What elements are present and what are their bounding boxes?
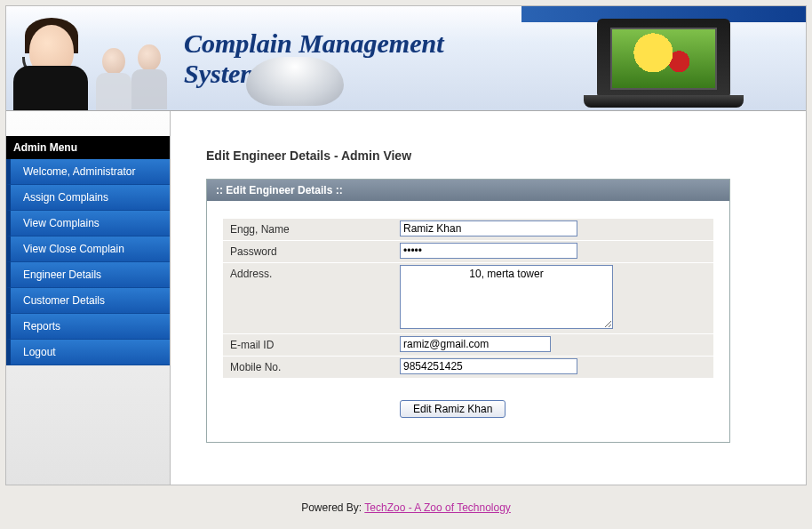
sidebar-item-label: Reports: [23, 320, 60, 333]
main-layout: Admin Menu Welcome, Administrator Assign…: [6, 111, 806, 485]
sidebar-item-label: Assign Complains: [23, 191, 108, 204]
footer: Powered By: TechZoo - A Zoo of Technolog…: [5, 485, 807, 517]
headset-agent-icon: [13, 12, 93, 110]
label-mobile: Mobile No.: [223, 357, 396, 378]
sidebar-item-view-close-complain[interactable]: View Close Complain: [6, 236, 170, 262]
banner-laptop-graphic: [521, 6, 806, 110]
sidebar-item-label: Logout: [23, 346, 56, 358]
sidebar-item-label: Customer Details: [23, 294, 105, 307]
label-engineer-name: Engg, Name: [223, 219, 396, 240]
mobile-input[interactable]: [400, 358, 577, 374]
email-input[interactable]: [400, 336, 551, 352]
app-container: Complain Management System Admin Menu We…: [5, 5, 807, 485]
label-password: Password: [223, 241, 396, 262]
row-address: Address.: [223, 263, 713, 334]
sidebar-item-label: Engineer Details: [23, 269, 101, 281]
edit-submit-button[interactable]: Edit Ramiz Khan: [400, 400, 506, 418]
label-address: Address.: [223, 263, 396, 285]
header-banner: Complain Management System: [6, 6, 806, 111]
coworkers-icon: [93, 21, 182, 110]
sidebar-item-assign-complains[interactable]: Assign Complains: [6, 185, 170, 211]
sidebar-item-customer-details[interactable]: Customer Details: [6, 288, 170, 314]
banner-people-graphic: [6, 6, 184, 110]
row-engineer-name: Engg, Name: [223, 219, 713, 241]
sidebar-item-label: View Complains: [23, 217, 100, 229]
password-input[interactable]: [400, 243, 577, 259]
computer-mouse-icon: [246, 57, 344, 106]
sidebar-heading: Admin Menu: [6, 136, 170, 159]
sidebar-item-view-complains[interactable]: View Complains: [6, 211, 170, 236]
edit-engineer-panel: :: Edit Engineer Details :: Engg, Name P…: [206, 179, 730, 443]
app-title: Complain Management System: [184, 6, 521, 110]
address-input[interactable]: [400, 265, 613, 329]
row-submit: Edit Ramiz Khan: [223, 379, 713, 421]
row-email: E-mail ID: [223, 334, 713, 357]
sidebar-item-label: Welcome, Administrator: [23, 165, 136, 178]
row-mobile: Mobile No.: [223, 357, 713, 379]
sidebar: Admin Menu Welcome, Administrator Assign…: [6, 111, 171, 485]
engineer-name-input[interactable]: [400, 220, 577, 236]
sidebar-item-label: View Close Complain: [23, 243, 124, 255]
sidebar-item-engineer-details[interactable]: Engineer Details: [6, 262, 170, 288]
sidebar-item-logout[interactable]: Logout: [6, 340, 170, 365]
row-password: Password: [223, 241, 713, 263]
sidebar-item-welcome[interactable]: Welcome, Administrator: [6, 159, 170, 185]
sidebar-item-reports[interactable]: Reports: [6, 314, 170, 340]
panel-header: :: Edit Engineer Details ::: [207, 180, 729, 201]
page-title: Edit Engineer Details - Admin View: [206, 148, 779, 163]
laptop-icon: [597, 19, 730, 99]
label-email: E-mail ID: [223, 334, 396, 356]
footer-techzoo-link[interactable]: TechZoo - A Zoo of Technology: [364, 501, 511, 514]
panel-body: Engg, Name Password Address.: [207, 201, 729, 442]
footer-powered-label: Powered By:: [301, 501, 364, 514]
content-area: Edit Engineer Details - Admin View :: Ed…: [171, 111, 806, 485]
